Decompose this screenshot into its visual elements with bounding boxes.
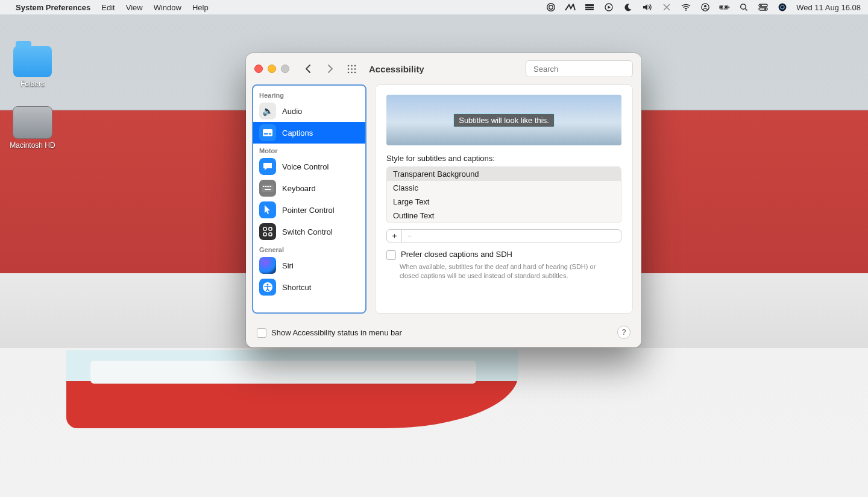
keyboard-icon <box>259 180 276 197</box>
wifi-icon[interactable] <box>681 2 691 13</box>
style-row[interactable]: Classic <box>387 181 621 195</box>
svg-rect-37 <box>270 186 271 187</box>
sidebar-group-general: General <box>253 242 365 255</box>
window-close-button[interactable] <box>254 65 263 73</box>
sidebar-item-captions[interactable]: Captions <box>253 122 365 144</box>
show-status-checkbox[interactable] <box>257 328 266 338</box>
menu-clock[interactable]: Wed 11 Aug 16.08 <box>796 3 861 12</box>
show-all-button[interactable] <box>344 62 359 76</box>
styles-list[interactable]: Transparent Background Classic Large Tex… <box>386 166 621 223</box>
svg-point-22 <box>347 68 349 70</box>
wallpaper-accent <box>66 350 518 428</box>
svg-rect-2 <box>585 4 594 6</box>
sidebar-item-voice-control[interactable]: Voice Control <box>253 156 365 177</box>
volume-icon[interactable] <box>642 2 653 13</box>
prefer-sdh-label[interactable]: Prefer closed captions and SDH <box>401 250 512 259</box>
help-button[interactable]: ? <box>617 326 631 339</box>
menu-edit[interactable]: Edit <box>101 3 115 12</box>
sidebar-item-shortcut[interactable]: Shortcut <box>253 276 365 298</box>
menu-view[interactable]: View <box>126 3 143 12</box>
show-status-label[interactable]: Show Accessibility status in menu bar <box>271 328 402 337</box>
window-titlebar[interactable]: Accessibility <box>246 53 641 84</box>
svg-point-12 <box>741 4 746 10</box>
svg-rect-34 <box>265 186 266 187</box>
desktop-drive-macintosh-hd[interactable]: Macintosh HD <box>8 106 57 150</box>
svg-point-6 <box>685 10 687 11</box>
style-row[interactable]: Transparent Background <box>387 167 621 181</box>
svg-rect-35 <box>266 186 268 187</box>
desktop-icon-label: Folders <box>8 80 57 88</box>
captions-icon <box>259 124 276 141</box>
battery-icon[interactable] <box>719 2 730 13</box>
svg-rect-29 <box>263 129 272 136</box>
svg-point-44 <box>266 283 268 285</box>
window-minimize-button[interactable] <box>268 65 276 73</box>
menu-bar: System Preferences Edit View Window Help… <box>0 0 868 14</box>
search-field[interactable] <box>526 60 633 77</box>
sidebar-item-label: Switch Control <box>282 227 333 236</box>
window-traffic-lights <box>254 65 289 73</box>
app-menu[interactable]: System Preferences <box>16 3 90 12</box>
menu-window[interactable]: Window <box>154 3 181 12</box>
window-title: Accessibility <box>369 64 424 74</box>
add-style-button[interactable]: ＋ <box>387 230 401 242</box>
dnd-moon-icon[interactable] <box>623 2 634 13</box>
svg-rect-3 <box>585 7 594 8</box>
subtitle-preview-text: Subtitles will look like this. <box>453 113 555 127</box>
search-input[interactable] <box>532 64 636 74</box>
bettertouch-icon[interactable] <box>565 2 576 13</box>
pointer-icon <box>259 201 276 218</box>
x-icon[interactable] <box>661 2 672 13</box>
cc-icon[interactable] <box>546 2 556 13</box>
menu-help[interactable]: Help <box>192 3 209 12</box>
sidebar-item-label: Pointer Control <box>282 206 335 215</box>
svg-rect-30 <box>264 133 268 135</box>
speaker-icon: 🔈 <box>259 103 276 119</box>
sidebar-item-label: Shortcut <box>282 283 311 292</box>
svg-rect-42 <box>269 233 272 236</box>
style-row[interactable]: Large Text <box>387 195 621 209</box>
sidebar-item-switch-control[interactable]: Switch Control <box>253 221 365 242</box>
forward-button <box>322 62 338 76</box>
back-button[interactable] <box>300 62 316 76</box>
sidebar-item-audio[interactable]: 🔈 Audio <box>253 100 365 122</box>
subtitle-preview: Subtitles will look like this. <box>386 95 621 145</box>
switch-grid-icon <box>259 223 276 240</box>
remove-style-button: － <box>401 230 417 242</box>
window-zoom-button <box>281 65 289 73</box>
accessibility-shortcut-icon <box>259 279 276 296</box>
desktop-folder-folders[interactable]: Folders <box>8 46 57 88</box>
svg-point-23 <box>351 68 353 70</box>
sidebar-item-pointer-control[interactable]: Pointer Control <box>253 199 365 221</box>
stacks-icon[interactable] <box>584 2 595 13</box>
sidebar-item-label: Audio <box>282 107 302 116</box>
svg-rect-41 <box>263 233 266 236</box>
spotlight-icon[interactable] <box>738 2 749 13</box>
siri-menubar-icon[interactable] <box>777 2 788 13</box>
sidebar-item-label: Keyboard <box>282 184 316 193</box>
svg-rect-36 <box>268 186 269 187</box>
accessibility-sidebar[interactable]: Hearing 🔈 Audio Captions Motor Voice <box>252 84 366 314</box>
style-row[interactable]: Outline Text <box>387 209 621 223</box>
sidebar-item-keyboard[interactable]: Keyboard <box>253 177 365 199</box>
sidebar-item-label: Voice Control <box>282 162 329 171</box>
control-center-icon[interactable] <box>758 2 769 13</box>
svg-rect-14 <box>759 8 767 10</box>
add-remove-buttons: ＋ － <box>386 229 621 242</box>
svg-point-1 <box>549 5 553 9</box>
svg-point-19 <box>347 65 349 66</box>
svg-rect-39 <box>263 227 266 230</box>
svg-rect-38 <box>265 189 271 190</box>
prefer-sdh-checkbox[interactable] <box>386 250 396 260</box>
folder-icon <box>13 46 52 77</box>
sidebar-item-siri[interactable]: Siri <box>253 255 365 276</box>
play-icon[interactable] <box>603 2 614 13</box>
styles-label: Style for subtitles and captions: <box>386 154 621 163</box>
hdd-icon <box>13 106 52 139</box>
sidebar-item-label: Siri <box>282 261 294 270</box>
prefer-sdh-hint: When available, subtitles for the deaf a… <box>400 262 617 280</box>
user-icon[interactable] <box>700 2 711 13</box>
desktop: System Preferences Edit View Window Help… <box>0 0 868 497</box>
svg-rect-32 <box>262 185 274 192</box>
voice-bubble-icon <box>259 158 276 175</box>
